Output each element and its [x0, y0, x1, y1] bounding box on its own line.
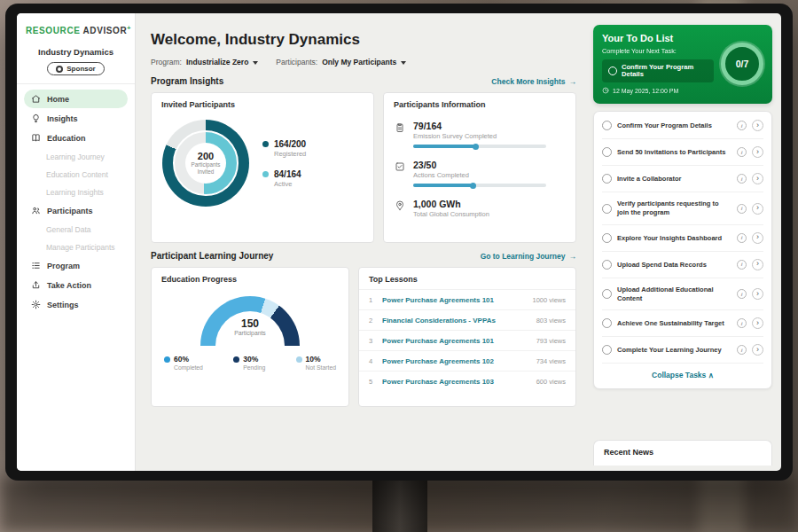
todo-progress-ring: 0/7: [721, 43, 763, 85]
info-icon[interactable]: i: [737, 233, 747, 243]
chevron-right-icon[interactable]: ›: [752, 259, 763, 270]
book-icon: [31, 133, 41, 143]
lesson-row[interactable]: 2 Financial Considerations - VPPAs 803 v…: [359, 309, 575, 330]
participants-select[interactable]: Participants: Only My Participants: [276, 58, 406, 66]
actions-completed-row: 23/50 Actions Completed: [384, 153, 575, 192]
sidebar-item-learning-insights[interactable]: Learning Insights: [24, 184, 128, 200]
education-total: 150: [200, 317, 300, 330]
next-task-row[interactable]: Confirm Your Program Details: [602, 59, 714, 82]
lesson-title-link[interactable]: Power Purchase Agreements 103: [382, 378, 529, 386]
info-icon[interactable]: i: [737, 289, 747, 299]
filters-bar: Program: Industrialize Zero Participants…: [151, 58, 576, 66]
info-icon[interactable]: i: [737, 204, 747, 214]
chevron-right-icon[interactable]: ›: [752, 173, 763, 184]
collapse-tasks-link[interactable]: Collapse Tasks ∧: [602, 364, 763, 387]
sidebar-item-home[interactable]: Home: [24, 90, 128, 108]
pending-label: Pending: [243, 364, 265, 371]
task-row-explore-insights[interactable]: Explore Your Insights Dashboard i ›: [602, 225, 763, 252]
lesson-title-link[interactable]: Power Purchase Agreements 101: [382, 296, 525, 304]
checkbox-icon[interactable]: [602, 174, 612, 184]
checkbox-icon[interactable]: [602, 260, 612, 270]
pending-dot-icon: [233, 356, 239, 363]
task-label: Invite a Collaborator: [617, 175, 732, 184]
checkbox-icon[interactable]: [602, 121, 612, 130]
sidebar-item-manage-participants[interactable]: Manage Participants: [24, 239, 128, 255]
checkbox-icon[interactable]: [602, 147, 612, 157]
sponsor-badge[interactable]: Sponsor: [47, 62, 104, 75]
people-icon: [31, 206, 41, 215]
info-icon[interactable]: i: [737, 345, 747, 355]
sidebar-item-education[interactable]: Education: [24, 129, 128, 147]
consumption-label: Total Global Consumption: [413, 210, 489, 218]
checkbox-icon[interactable]: [602, 289, 612, 299]
lesson-title-link[interactable]: Financial Considerations - VPPAs: [382, 317, 529, 325]
sidebar-item-label: Settings: [47, 301, 79, 309]
checkbox-icon[interactable]: [602, 318, 612, 328]
chevron-right-icon[interactable]: ›: [752, 232, 763, 244]
sidebar-item-take-action[interactable]: Take Action: [24, 276, 128, 294]
checkbox-icon[interactable]: [602, 204, 612, 214]
info-icon[interactable]: i: [737, 121, 747, 130]
sidebar-item-participants[interactable]: Participants: [24, 201, 128, 220]
chevron-right-icon[interactable]: ›: [752, 317, 763, 329]
chevron-right-icon[interactable]: ›: [752, 344, 763, 356]
task-row-confirm-program[interactable]: Confirm Your Program Details i ›: [602, 113, 763, 139]
task-row-upload-spend-data[interactable]: Upload Spend Data Records i ›: [602, 252, 763, 278]
completed-pct: 60%: [174, 355, 203, 364]
checkbox-icon[interactable]: [602, 233, 612, 243]
info-icon[interactable]: i: [737, 318, 747, 328]
lesson-row[interactable]: 4 Power Purchase Agreements 102 734 view…: [359, 350, 575, 371]
sidebar-item-insights[interactable]: Insights: [24, 109, 128, 128]
lesson-title-link[interactable]: Power Purchase Agreements 102: [382, 357, 529, 365]
task-label: Achieve One Sustainability Target: [617, 319, 732, 328]
actions-completed-progress: [413, 184, 546, 187]
invited-donut-chart: 200 Participants Invited: [162, 120, 249, 207]
chevron-right-icon[interactable]: ›: [752, 120, 763, 131]
lesson-title-link[interactable]: Power Purchase Agreements 101: [382, 337, 529, 345]
lesson-rank: 1: [369, 296, 375, 304]
recent-news-header[interactable]: Recent News: [593, 440, 772, 466]
actions-completed-label: Actions Completed: [413, 171, 546, 179]
education-total-label: Participants: [200, 330, 300, 336]
legend-registered: 164/200 Registered: [262, 139, 306, 158]
sidebar-item-settings[interactable]: Settings: [24, 295, 128, 314]
info-icon[interactable]: i: [737, 260, 747, 270]
page-title: Welcome, Industry Dynamics: [151, 31, 576, 49]
task-row-upload-educational-content[interactable]: Upload Additional Educational Content i …: [602, 278, 763, 311]
program-select[interactable]: Program: Industrialize Zero: [151, 58, 258, 66]
top-lessons-card: Top Lessons 1 Power Purchase Agreements …: [358, 267, 576, 407]
lesson-views: 1000 views: [532, 296, 566, 304]
active-label: Active: [274, 180, 301, 188]
go-to-learning-journey-link[interactable]: Go to Learning Journey →: [481, 252, 576, 261]
task-row-achieve-sustainability-target[interactable]: Achieve One Sustainability Target i ›: [602, 310, 763, 337]
info-icon[interactable]: i: [737, 147, 747, 157]
chevron-right-icon[interactable]: ›: [752, 146, 763, 158]
upload-action-icon: [31, 280, 41, 290]
lesson-row[interactable]: 5 Power Purchase Agreements 103 600 view…: [359, 371, 575, 391]
sidebar-item-label: General Data: [46, 225, 91, 234]
lesson-row[interactable]: 3 Power Purchase Agreements 101 793 view…: [359, 330, 575, 350]
monitor-bezel: RESOURCE ADVISOR+ Industry Dynamics Spon…: [5, 4, 793, 481]
sidebar-nav: Home Insights Education Learning Journey…: [24, 90, 128, 314]
sidebar-item-learning-journey[interactable]: Learning Journey: [24, 148, 128, 165]
lesson-views: 803 views: [536, 317, 566, 325]
sidebar-item-general-data[interactable]: General Data: [24, 221, 128, 238]
sidebar-item-program[interactable]: Program: [24, 256, 128, 275]
sidebar-item-label: Manage Participants: [46, 243, 115, 252]
sidebar-item-education-content[interactable]: Education Content: [24, 166, 128, 183]
task-row-invite-collaborator[interactable]: Invite a Collaborator i ›: [602, 166, 763, 192]
lesson-row[interactable]: 1 Power Purchase Agreements 101 1000 vie…: [359, 289, 575, 309]
chevron-down-icon: [253, 61, 258, 65]
checkbox-icon[interactable]: [608, 66, 617, 75]
chevron-right-icon[interactable]: ›: [752, 288, 763, 300]
info-icon[interactable]: i: [737, 174, 747, 184]
task-row-send-invitations[interactable]: Send 50 Invitations to Participants i ›: [602, 139, 763, 166]
program-label: Program:: [151, 58, 182, 66]
checkbox-icon[interactable]: [602, 345, 612, 355]
section-title-program-insights: Program Insights: [151, 76, 223, 86]
chevron-right-icon[interactable]: ›: [752, 203, 763, 215]
task-row-complete-learning-journey[interactable]: Complete Your Learning Journey i ›: [602, 337, 763, 364]
check-more-insights-link[interactable]: Check More Insights →: [491, 77, 576, 86]
not-started-pct: 10%: [306, 355, 336, 364]
task-row-verify-participants[interactable]: Verify participants requesting to join t…: [602, 192, 763, 225]
